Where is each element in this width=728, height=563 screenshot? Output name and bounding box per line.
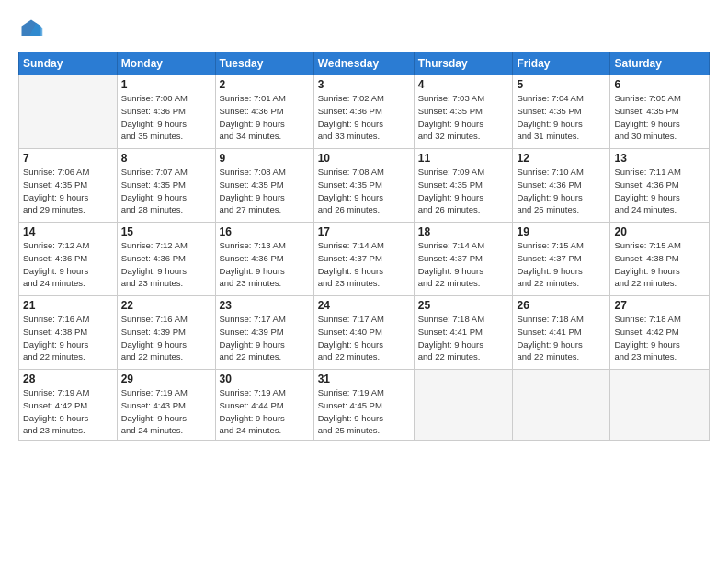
- calendar-cell: 24Sunrise: 7:17 AM Sunset: 4:40 PM Dayli…: [313, 296, 414, 370]
- day-info: Sunrise: 7:08 AM Sunset: 4:35 PM Dayligh…: [220, 166, 310, 216]
- day-number: 5: [517, 78, 606, 91]
- calendar-cell: 26Sunrise: 7:18 AM Sunset: 4:41 PM Dayli…: [513, 296, 610, 370]
- calendar-cell: 4Sunrise: 7:03 AM Sunset: 4:35 PM Daylig…: [414, 75, 513, 149]
- day-info: Sunrise: 7:14 AM Sunset: 4:37 PM Dayligh…: [418, 239, 509, 290]
- day-info: Sunrise: 7:19 AM Sunset: 4:45 PM Dayligh…: [318, 386, 410, 437]
- day-info: Sunrise: 7:18 AM Sunset: 4:41 PM Dayligh…: [418, 313, 509, 363]
- calendar-cell: [513, 370, 610, 441]
- day-number: 29: [121, 373, 211, 385]
- calendar-cell: 9Sunrise: 7:08 AM Sunset: 4:35 PM Daylig…: [215, 149, 313, 223]
- calendar-table: SundayMondayTuesdayWednesdayThursdayFrid…: [18, 52, 710, 441]
- col-header-wednesday: Wednesday: [313, 52, 414, 75]
- calendar-cell: 17Sunrise: 7:14 AM Sunset: 4:37 PM Dayli…: [313, 223, 414, 296]
- day-info: Sunrise: 7:09 AM Sunset: 4:35 PM Dayligh…: [418, 166, 509, 216]
- calendar-cell: 28Sunrise: 7:19 AM Sunset: 4:42 PM Dayli…: [19, 370, 118, 441]
- day-number: 21: [23, 299, 113, 312]
- calendar-cell: 8Sunrise: 7:07 AM Sunset: 4:35 PM Daylig…: [117, 149, 215, 223]
- day-number: 28: [23, 373, 113, 385]
- logo-icon: [18, 17, 44, 42]
- calendar-cell: 15Sunrise: 7:12 AM Sunset: 4:36 PM Dayli…: [117, 223, 215, 296]
- day-info: Sunrise: 7:03 AM Sunset: 4:35 PM Dayligh…: [418, 92, 509, 143]
- calendar-week-row: 7Sunrise: 7:06 AM Sunset: 4:35 PM Daylig…: [19, 149, 710, 223]
- day-info: Sunrise: 7:04 AM Sunset: 4:35 PM Dayligh…: [517, 92, 606, 143]
- day-number: 4: [418, 78, 509, 91]
- calendar-cell: 7Sunrise: 7:06 AM Sunset: 4:35 PM Daylig…: [19, 149, 118, 223]
- logo: [18, 17, 48, 42]
- calendar-week-row: 14Sunrise: 7:12 AM Sunset: 4:36 PM Dayli…: [19, 223, 710, 296]
- calendar-cell: 30Sunrise: 7:19 AM Sunset: 4:44 PM Dayli…: [215, 370, 313, 441]
- col-header-tuesday: Tuesday: [215, 52, 313, 75]
- day-info: Sunrise: 7:11 AM Sunset: 4:36 PM Dayligh…: [614, 166, 705, 216]
- calendar-cell: 13Sunrise: 7:11 AM Sunset: 4:36 PM Dayli…: [610, 149, 710, 223]
- calendar-cell: 23Sunrise: 7:17 AM Sunset: 4:39 PM Dayli…: [215, 296, 313, 370]
- day-number: 16: [220, 225, 310, 238]
- calendar-cell: 18Sunrise: 7:14 AM Sunset: 4:37 PM Dayli…: [414, 223, 513, 296]
- day-info: Sunrise: 7:14 AM Sunset: 4:37 PM Dayligh…: [318, 239, 410, 290]
- col-header-thursday: Thursday: [414, 52, 513, 75]
- calendar-cell: 2Sunrise: 7:01 AM Sunset: 4:36 PM Daylig…: [215, 75, 313, 149]
- day-info: Sunrise: 7:10 AM Sunset: 4:36 PM Dayligh…: [517, 166, 606, 216]
- calendar-cell: 25Sunrise: 7:18 AM Sunset: 4:41 PM Dayli…: [414, 296, 513, 370]
- day-info: Sunrise: 7:12 AM Sunset: 4:36 PM Dayligh…: [121, 239, 211, 290]
- day-number: 6: [614, 78, 705, 91]
- day-number: 17: [318, 225, 410, 238]
- day-info: Sunrise: 7:02 AM Sunset: 4:36 PM Dayligh…: [318, 92, 410, 143]
- day-number: 30: [220, 373, 310, 385]
- calendar-cell: 22Sunrise: 7:16 AM Sunset: 4:39 PM Dayli…: [117, 296, 215, 370]
- calendar-cell: 16Sunrise: 7:13 AM Sunset: 4:36 PM Dayli…: [215, 223, 313, 296]
- calendar-cell: 12Sunrise: 7:10 AM Sunset: 4:36 PM Dayli…: [513, 149, 610, 223]
- day-info: Sunrise: 7:19 AM Sunset: 4:43 PM Dayligh…: [121, 386, 211, 437]
- calendar-cell: 20Sunrise: 7:15 AM Sunset: 4:38 PM Dayli…: [610, 223, 710, 296]
- col-header-sunday: Sunday: [19, 52, 118, 75]
- day-info: Sunrise: 7:00 AM Sunset: 4:36 PM Dayligh…: [121, 92, 211, 143]
- calendar-cell: 11Sunrise: 7:09 AM Sunset: 4:35 PM Dayli…: [414, 149, 513, 223]
- calendar-cell: [610, 370, 710, 441]
- day-number: 26: [517, 299, 606, 312]
- calendar-cell: 19Sunrise: 7:15 AM Sunset: 4:37 PM Dayli…: [513, 223, 610, 296]
- day-info: Sunrise: 7:16 AM Sunset: 4:38 PM Dayligh…: [23, 313, 113, 363]
- calendar-week-row: 1Sunrise: 7:00 AM Sunset: 4:36 PM Daylig…: [19, 75, 710, 149]
- calendar-week-row: 28Sunrise: 7:19 AM Sunset: 4:42 PM Dayli…: [19, 370, 710, 441]
- calendar-cell: 21Sunrise: 7:16 AM Sunset: 4:38 PM Dayli…: [19, 296, 118, 370]
- day-info: Sunrise: 7:17 AM Sunset: 4:39 PM Dayligh…: [220, 313, 310, 363]
- calendar-cell: 5Sunrise: 7:04 AM Sunset: 4:35 PM Daylig…: [513, 75, 610, 149]
- calendar-week-row: 21Sunrise: 7:16 AM Sunset: 4:38 PM Dayli…: [19, 296, 710, 370]
- day-number: 2: [220, 78, 310, 91]
- day-number: 9: [220, 152, 310, 165]
- calendar-cell: 3Sunrise: 7:02 AM Sunset: 4:36 PM Daylig…: [313, 75, 414, 149]
- day-info: Sunrise: 7:08 AM Sunset: 4:35 PM Dayligh…: [318, 166, 410, 216]
- day-number: 15: [121, 225, 211, 238]
- page-header: [18, 17, 710, 42]
- day-number: 14: [23, 225, 113, 238]
- day-number: 10: [318, 152, 410, 165]
- day-number: 20: [614, 225, 705, 238]
- col-header-friday: Friday: [513, 52, 610, 75]
- day-number: 18: [418, 225, 509, 238]
- calendar-cell: 10Sunrise: 7:08 AM Sunset: 4:35 PM Dayli…: [313, 149, 414, 223]
- day-number: 1: [121, 78, 211, 91]
- day-info: Sunrise: 7:19 AM Sunset: 4:44 PM Dayligh…: [220, 386, 310, 437]
- day-number: 3: [318, 78, 410, 91]
- calendar-cell: 14Sunrise: 7:12 AM Sunset: 4:36 PM Dayli…: [19, 223, 118, 296]
- day-number: 11: [418, 152, 509, 165]
- day-info: Sunrise: 7:07 AM Sunset: 4:35 PM Dayligh…: [121, 166, 211, 216]
- day-info: Sunrise: 7:12 AM Sunset: 4:36 PM Dayligh…: [23, 239, 113, 290]
- day-info: Sunrise: 7:19 AM Sunset: 4:42 PM Dayligh…: [23, 386, 113, 437]
- calendar-cell: [414, 370, 513, 441]
- day-number: 22: [121, 299, 211, 312]
- day-number: 8: [121, 152, 211, 165]
- day-info: Sunrise: 7:06 AM Sunset: 4:35 PM Dayligh…: [23, 166, 113, 216]
- day-info: Sunrise: 7:15 AM Sunset: 4:38 PM Dayligh…: [614, 239, 705, 290]
- day-info: Sunrise: 7:17 AM Sunset: 4:40 PM Dayligh…: [318, 313, 410, 363]
- calendar-cell: 27Sunrise: 7:18 AM Sunset: 4:42 PM Dayli…: [610, 296, 710, 370]
- day-number: 19: [517, 225, 606, 238]
- day-number: 13: [614, 152, 705, 165]
- day-info: Sunrise: 7:05 AM Sunset: 4:35 PM Dayligh…: [614, 92, 705, 143]
- day-info: Sunrise: 7:01 AM Sunset: 4:36 PM Dayligh…: [220, 92, 310, 143]
- day-number: 12: [517, 152, 606, 165]
- day-info: Sunrise: 7:18 AM Sunset: 4:41 PM Dayligh…: [517, 313, 606, 363]
- day-info: Sunrise: 7:15 AM Sunset: 4:37 PM Dayligh…: [517, 239, 606, 290]
- day-number: 24: [318, 299, 410, 312]
- day-number: 25: [418, 299, 509, 312]
- day-info: Sunrise: 7:13 AM Sunset: 4:36 PM Dayligh…: [220, 239, 310, 290]
